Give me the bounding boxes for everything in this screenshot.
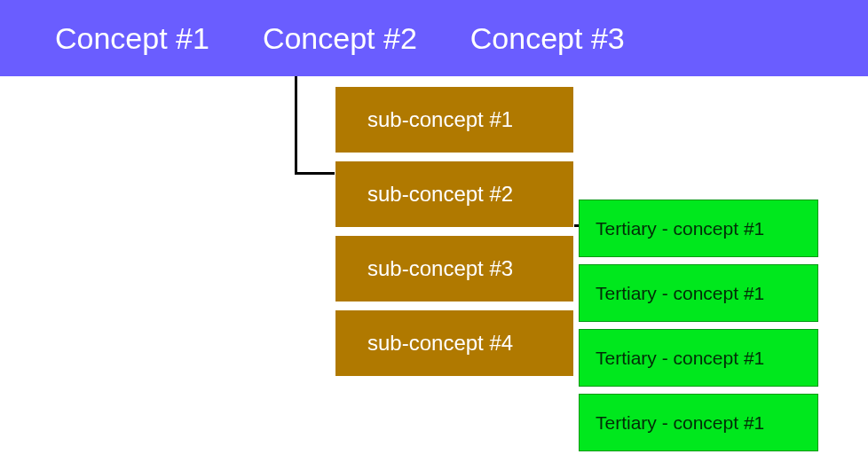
tertiary-concept-4[interactable]: Tertiary - concept #1 (579, 394, 818, 451)
concept-3[interactable]: Concept #3 (470, 21, 625, 56)
concept-2[interactable]: Concept #2 (263, 21, 417, 56)
sub-concept-2[interactable]: sub-concept #2 (335, 161, 574, 228)
sub-concept-4[interactable]: sub-concept #4 (335, 309, 574, 377)
sub-concept-1[interactable]: sub-concept #1 (335, 86, 574, 153)
tertiary-concept-column: Tertiary - concept #1 Tertiary - concept… (579, 200, 818, 458)
concept-1[interactable]: Concept #1 (55, 21, 209, 56)
sub-concept-3[interactable]: sub-concept #3 (335, 235, 574, 302)
tertiary-concept-3[interactable]: Tertiary - concept #1 (579, 329, 818, 387)
tertiary-concept-2[interactable]: Tertiary - concept #1 (579, 264, 818, 322)
top-concept-bar: Concept #1 Concept #2 Concept #3 (0, 0, 868, 76)
sub-concept-column: sub-concept #1 sub-concept #2 sub-concep… (335, 86, 574, 384)
connector-horizontal-sub (295, 172, 335, 175)
connector-vertical (295, 76, 297, 175)
tertiary-concept-1[interactable]: Tertiary - concept #1 (579, 200, 818, 257)
